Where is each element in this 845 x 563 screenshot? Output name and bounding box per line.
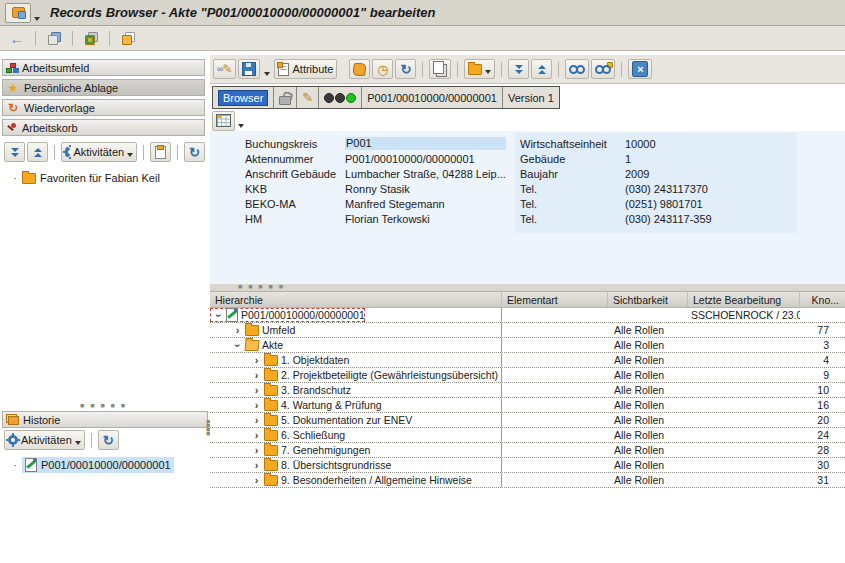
- expand-expander-icon[interactable]: ›: [252, 370, 261, 381]
- elementart-cell: [502, 308, 608, 322]
- tree-node[interactable]: ›7. Genehmigungen: [210, 443, 370, 457]
- folder-menu-button[interactable]: [464, 59, 495, 79]
- history-section-header[interactable]: Historie: [2, 411, 208, 428]
- history-item[interactable]: · P001/00010000/00000001: [2, 457, 174, 473]
- expand-all-button[interactable]: [508, 59, 529, 79]
- collapse-all-button[interactable]: [531, 59, 552, 79]
- collapse-expander-icon[interactable]: ›: [213, 311, 224, 320]
- collapse-expander-icon[interactable]: ›: [232, 341, 243, 350]
- display-change-button[interactable]: ∞ ✎: [213, 59, 236, 79]
- window-menu-dropdown-icon[interactable]: [34, 17, 40, 21]
- find-button[interactable]: [565, 59, 589, 79]
- insert-table-button[interactable]: [212, 111, 235, 131]
- window-blue-button[interactable]: [43, 28, 65, 48]
- sidebar-section-arbeitskorb[interactable]: Arbeitskorb: [2, 119, 205, 136]
- window-orange-button[interactable]: [117, 28, 139, 48]
- save-menu-button[interactable]: [262, 59, 272, 79]
- sidebar-section-label: Persönliche Ablage: [24, 82, 118, 94]
- history-clock-button[interactable]: ◷: [372, 59, 393, 79]
- tree-node[interactable]: ›8. Übersichtsgrundrisse: [210, 458, 391, 472]
- tree-row[interactable]: ›UmfeldAlle Rollen77: [210, 323, 845, 338]
- tree-row[interactable]: ›9. Besonderheiten / Allgemeine Hinweise…: [210, 473, 845, 488]
- sidebar-section-persönliche-ablage[interactable]: ★Persönliche Ablage: [2, 79, 205, 96]
- refresh-button[interactable]: ↻: [395, 59, 416, 79]
- save-button[interactable]: [238, 59, 260, 79]
- tree-row[interactable]: ›4. Wartung & PrüfungAlle Rollen16: [210, 398, 845, 413]
- double-chevron-down-icon: [515, 64, 523, 75]
- protocol-button[interactable]: [349, 59, 370, 79]
- tree-row[interactable]: ›8. ÜbersichtsgrundrisseAlle Rollen30: [210, 458, 845, 473]
- browser-tab[interactable]: Browser: [213, 87, 274, 108]
- collapse-all-button[interactable]: [27, 142, 48, 162]
- history-refresh-button[interactable]: ↻: [98, 430, 119, 450]
- sidebar-section-arbeitsumfeld[interactable]: Arbeitsumfeld: [2, 59, 205, 76]
- tree-node[interactable]: ›3. Brandschutz: [210, 383, 351, 397]
- tree-node[interactable]: ›P001/00010000/00000001: [210, 308, 365, 322]
- tree-node-label: 5. Dokumentation zur ENEV: [281, 414, 412, 426]
- expand-expander-icon[interactable]: ›: [252, 415, 261, 426]
- sidebar-section-label: Wiedervorlage: [24, 102, 95, 114]
- field-value: P001: [345, 137, 506, 150]
- column-header-kno[interactable]: Kno...: [800, 292, 845, 307]
- field-label: Baujahr: [520, 168, 625, 180]
- copy-button[interactable]: [429, 59, 451, 79]
- expand-expander-icon[interactable]: ›: [252, 430, 261, 441]
- attribute-button[interactable]: Attribute: [274, 59, 337, 79]
- tree-node[interactable]: ›9. Besonderheiten / Allgemeine Hinweise: [210, 473, 472, 487]
- tree-node[interactable]: ›Umfeld: [210, 323, 295, 337]
- tree-node[interactable]: ›5. Dokumentation zur ENEV: [210, 413, 412, 427]
- tree-row[interactable]: ›1. ObjektdatenAlle Rollen4: [210, 353, 845, 368]
- back-button[interactable]: ←: [6, 28, 28, 48]
- column-header-sichtbarkeit[interactable]: Sichtbarkeit: [608, 292, 688, 307]
- knoten-cell: 28: [800, 443, 845, 457]
- lock-button[interactable]: [274, 87, 297, 108]
- knoten-cell: 4: [800, 353, 845, 367]
- tree-node[interactable]: ›6. Schließung: [210, 428, 345, 442]
- expand-expander-icon[interactable]: ›: [252, 460, 261, 471]
- favorites-item[interactable]: · Favoriten für Fabian Keil: [2, 172, 205, 184]
- tree-row[interactable]: ›AkteAlle Rollen3: [210, 338, 845, 353]
- tree-node[interactable]: ›1. Objektdaten: [210, 353, 349, 367]
- expand-expander-icon[interactable]: ›: [252, 355, 261, 366]
- letzte-bearbeitung-cell: [688, 413, 800, 427]
- expand-expander-icon[interactable]: ›: [252, 400, 261, 411]
- field-label: Aktennummer: [245, 153, 345, 165]
- tree-row[interactable]: ›P001/00010000/00000001SSCHOENROCK / 23.…: [210, 308, 845, 323]
- horizontal-splitter-handle[interactable]: ■ ■ ■ ■ ■: [2, 404, 205, 408]
- find-next-button[interactable]: [591, 59, 615, 79]
- column-header-hierarchie[interactable]: Hierarchie: [210, 292, 502, 307]
- paste-button[interactable]: [150, 142, 171, 162]
- insert-table-menu-button[interactable]: [236, 111, 246, 131]
- sidebar-section-wiedervorlage[interactable]: ↻Wiedervorlage: [2, 99, 205, 116]
- expand-all-button[interactable]: [4, 142, 25, 162]
- knoten-cell: 20: [800, 413, 845, 427]
- edit-button[interactable]: ✎: [297, 87, 319, 108]
- tree-node[interactable]: ›4. Wartung & Prüfung: [210, 398, 382, 412]
- window-menu-button[interactable]: [5, 3, 31, 23]
- close-button[interactable]: ×: [628, 59, 652, 79]
- tree-row[interactable]: ›2. Projektbeteiligte (Gewährleistungsüb…: [210, 368, 845, 383]
- form-right-rows: Wirtschaftseinheit10000Gebäude1Baujahr20…: [515, 133, 797, 226]
- tree-node[interactable]: ›2. Projektbeteiligte (Gewährleistungsüb…: [210, 368, 498, 382]
- history-activities-menu-button[interactable]: Aktivitäten: [4, 430, 85, 450]
- back-icon: ←: [10, 31, 25, 46]
- expand-expander-icon[interactable]: ›: [252, 385, 261, 396]
- tree-node[interactable]: ›Akte: [210, 338, 283, 352]
- expand-expander-icon[interactable]: ›: [252, 445, 261, 456]
- expand-expander-icon[interactable]: ›: [252, 475, 261, 486]
- window-green-button[interactable]: [80, 28, 102, 48]
- activities-menu-button[interactable]: Aktivitäten: [61, 142, 137, 162]
- tree-row[interactable]: ›7. GenehmigungenAlle Rollen28: [210, 443, 845, 458]
- column-header-elementart[interactable]: Elementart: [502, 292, 608, 307]
- toolbar-separator: [91, 433, 92, 448]
- history-stack-icon: [6, 414, 19, 425]
- refresh-button[interactable]: ↻: [184, 142, 205, 162]
- hierarchy-cell: ›P001/00010000/00000001: [210, 308, 502, 322]
- column-header-letzte-bearbeitung[interactable]: Letzte Bearbeitung: [688, 292, 800, 307]
- tree-row[interactable]: ›6. SchließungAlle Rollen24: [210, 428, 845, 443]
- toolbar-separator: [457, 62, 458, 77]
- tree-row[interactable]: ›3. BrandschutzAlle Rollen10: [210, 383, 845, 398]
- tree-row[interactable]: ›5. Dokumentation zur ENEVAlle Rollen20: [210, 413, 845, 428]
- form-table-splitter[interactable]: ■ ■ ■ ■ ■: [210, 284, 845, 291]
- expand-expander-icon[interactable]: ›: [233, 325, 242, 336]
